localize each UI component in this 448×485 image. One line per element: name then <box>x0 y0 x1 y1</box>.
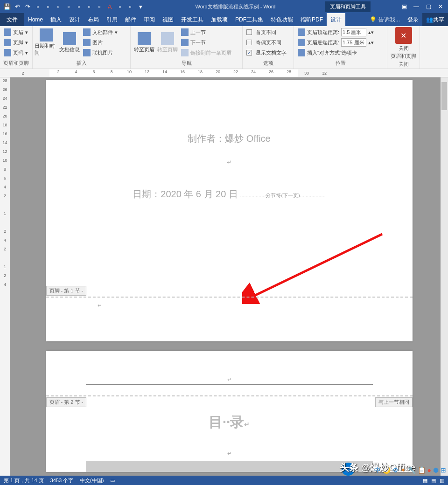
align-tab-icon <box>298 49 305 56</box>
horizontal-ruler[interactable]: 2 246810121416182022242628 3032 <box>0 69 448 77</box>
footer-bottom-distance[interactable]: 页眉底端距离:1.75 厘米▴▾ <box>296 37 385 48</box>
online-picture-button[interactable]: 联机图片 <box>81 48 119 58</box>
vertical-ruler[interactable]: 2826242220181614121086421242124 <box>0 77 10 476</box>
page-count[interactable]: 第 1 页，共 14 页 <box>4 477 44 484</box>
header-top-distance[interactable]: 页眉顶端距离:1.5 厘米▴▾ <box>296 27 385 37</box>
close-x-icon: ✕ <box>395 27 412 44</box>
odd-even-different-checkbox[interactable]: 奇偶页不同 <box>245 37 292 48</box>
print-layout-icon[interactable]: ▤ <box>431 478 436 484</box>
tell-me-search[interactable]: 💡告诉我... <box>366 16 404 24</box>
next-section-button[interactable]: 下一节 <box>179 37 233 48</box>
tab-special[interactable]: 特色功能 <box>267 13 297 26</box>
tab-insert[interactable]: 插入 <box>47 13 65 26</box>
read-mode-icon[interactable]: ▦ <box>423 478 427 484</box>
qat-icon[interactable]: ▫ <box>33 1 43 12</box>
macro-icon[interactable]: ▭ <box>110 478 115 484</box>
header-button[interactable]: 页眉 ▾ <box>2 27 30 37</box>
share-button[interactable]: 👥共享 <box>422 13 448 26</box>
tray-icon[interactable]: 📋 <box>418 466 426 475</box>
qat-icon[interactable]: ▫ <box>125 1 135 12</box>
picture-button[interactable]: 图片 <box>81 37 119 48</box>
page-1: 制作者：爆炒 Office ↵ 日期：2020 年 6 月 20 日 .....… <box>46 80 413 341</box>
close-icon[interactable]: ✕ <box>435 1 446 12</box>
tray-icon[interactable]: ✦ <box>400 466 406 475</box>
prev-section-button[interactable]: 上一节 <box>179 27 233 37</box>
document-area[interactable]: 制作者：爆炒 Office ↵ 日期：2020 年 6 月 20 日 .....… <box>10 77 448 476</box>
insert-alignment-tab-button[interactable]: 插入"对齐方式"选项卡 <box>296 48 385 58</box>
pagenum-icon <box>4 49 11 56</box>
tab-developer[interactable]: 开发工具 <box>177 13 207 26</box>
quickparts-button[interactable]: 文档部件 ▾ <box>81 27 119 37</box>
tab-addins[interactable]: 加载项 <box>207 13 231 26</box>
goto-header-button[interactable]: 转至页眉 <box>133 27 156 58</box>
qat-icon[interactable]: ▫ <box>53 1 63 12</box>
top-dist-icon <box>298 28 305 36</box>
tray-icon[interactable]: ⊞ <box>441 466 446 475</box>
save-icon[interactable]: 💾 <box>2 1 12 12</box>
tray-icon[interactable]: 🔧 <box>408 466 416 475</box>
qat-icon[interactable]: ▫ <box>94 1 105 12</box>
tray-icon[interactable]: 🌙 <box>383 466 391 475</box>
calendar-icon <box>40 28 53 42</box>
tab-home[interactable]: Home <box>24 13 47 26</box>
qat-icon[interactable]: ▫ <box>74 1 84 12</box>
tab-references[interactable]: 引用 <box>103 13 121 26</box>
goto-footer-button: 转至页脚 <box>156 27 179 58</box>
qat-icon[interactable]: ▫ <box>43 1 53 12</box>
login-button[interactable]: 登录 <box>404 13 422 26</box>
footer-button[interactable]: 页脚 ▾ <box>2 37 30 48</box>
ribbon: 页眉 ▾ 页脚 ▾ 页码 ▾ 页眉和页脚 日期和时间 文档信息 文档部件 ▾ 图… <box>0 26 448 69</box>
tab-hf-design[interactable]: 设计 <box>327 13 345 26</box>
vertical-scrollbar[interactable] <box>441 77 448 476</box>
svg-line-1 <box>252 234 382 297</box>
goto-header-icon <box>138 32 151 45</box>
tab-file[interactable]: 文件 <box>0 13 24 26</box>
redo-icon[interactable]: ↷ <box>22 1 33 12</box>
qat-icon[interactable]: ▫ <box>115 1 125 12</box>
undo-icon[interactable]: ↶ <box>12 1 22 12</box>
tab-foxit[interactable]: 福昕PDF <box>297 13 327 26</box>
qat-icon[interactable]: ▫ <box>84 1 94 12</box>
qat-icon[interactable]: ▫ <box>63 1 74 12</box>
tray-icon[interactable]: ● <box>427 466 431 475</box>
web-layout-icon[interactable]: ▥ <box>440 478 444 484</box>
page-number-button[interactable]: 页码 ▾ <box>2 48 30 58</box>
page-2: ↵ 页眉 - 第 2 节 - 与上一节相同 目··录↵ ↵ <box>46 351 413 472</box>
tab-pdf-tools[interactable]: PDF工具集 <box>231 13 267 26</box>
docinfo-button[interactable]: 文档信息 <box>58 27 81 58</box>
selection-highlight <box>86 461 373 472</box>
tab-view[interactable]: 视图 <box>159 13 177 26</box>
scrollbar-thumb[interactable] <box>441 82 447 110</box>
tab-design[interactable]: 设计 <box>65 13 84 26</box>
datetime-button[interactable]: 日期和时间 <box>35 27 58 58</box>
document-workspace: 2826242220181614121086421242124 制作者：爆炒 O… <box>0 77 448 476</box>
paragraph-mark: ↵ <box>98 302 102 309</box>
minimize-icon[interactable]: — <box>411 1 422 12</box>
close-header-footer-button[interactable]: ✕ 关闭 页眉和页脚 <box>391 27 416 60</box>
tab-review[interactable]: 审阅 <box>140 13 159 26</box>
first-page-different-checkbox[interactable]: 首页不同 <box>245 27 292 37</box>
qat-dropdown-icon[interactable]: ▾ <box>135 1 146 12</box>
group-label: 导航 <box>133 59 240 68</box>
link-icon <box>181 49 189 56</box>
word-count[interactable]: 3453 个字 <box>50 477 74 484</box>
top-distance-input[interactable]: 1.5 厘米 <box>341 28 366 36</box>
tab-layout[interactable]: 布局 <box>84 13 103 26</box>
toc-heading: 目··录↵ <box>46 413 413 432</box>
header-icon <box>4 28 11 36</box>
paragraph-mark: ↵ <box>46 450 413 457</box>
tab-mailings[interactable]: 邮件 <box>121 13 140 26</box>
group-label: 位置 <box>296 59 385 68</box>
tray-icon[interactable]: ⚙ <box>392 466 399 475</box>
tray-icon[interactable]: ⬢ <box>433 466 439 475</box>
tray-icon[interactable]: 中 <box>374 466 381 475</box>
bulb-icon: 💡 <box>370 16 377 23</box>
bottom-distance-input[interactable]: 1.75 厘米 <box>341 38 366 47</box>
qat-icon[interactable]: A <box>105 1 115 12</box>
maximize-icon[interactable]: ▢ <box>423 1 434 12</box>
ribbon-options-icon[interactable]: ▣ <box>399 1 410 12</box>
goto-footer-icon <box>161 32 174 45</box>
title-bar: 💾 ↶ ↷ ▫ ▫ ▫ ▫ ▫ ▫ ▫ A ▫ ▫ ▾ Word文档排版流程实战… <box>0 0 448 13</box>
language-status[interactable]: 中文(中国) <box>80 477 104 484</box>
show-document-text-checkbox[interactable]: ✓显示文档文字 <box>245 48 292 58</box>
